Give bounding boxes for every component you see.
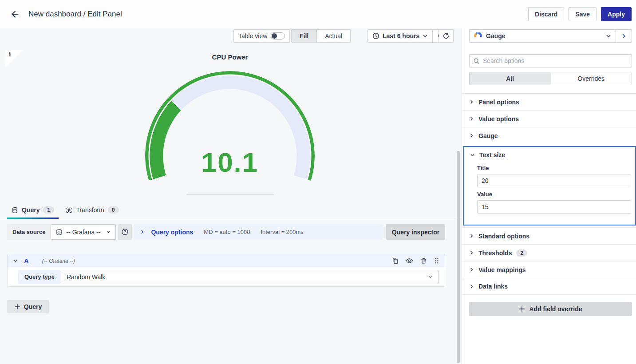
fill-tab[interactable]: Fill [292, 30, 316, 42]
value-size-input[interactable] [477, 200, 631, 214]
hide-query-icon[interactable] [406, 257, 413, 265]
search-options-input[interactable] [483, 57, 628, 64]
chevron-down-icon [106, 229, 111, 234]
database-icon [12, 207, 18, 214]
transform-count-badge: 0 [108, 206, 119, 214]
value-size-field: Value [464, 191, 635, 214]
chevron-down-icon [428, 274, 433, 279]
title-size-label: Title [477, 165, 631, 171]
back-arrow-icon [10, 9, 20, 19]
section-value-mappings[interactable]: Value mappings [462, 261, 636, 278]
query-options-bar[interactable]: Query options MD = auto = 1008 Interval … [134, 224, 383, 240]
section-standard-options[interactable]: Standard options [462, 227, 636, 244]
tab-transform[interactable]: Transform 0 [61, 202, 123, 218]
query-type-select[interactable]: Random Walk [61, 270, 438, 284]
section-data-links[interactable]: Data links [462, 278, 636, 295]
apply-button[interactable]: Apply [601, 7, 632, 21]
query-count-badge: 1 [43, 206, 54, 214]
section-label: Value options [478, 115, 519, 123]
save-button[interactable]: Save [569, 7, 596, 21]
options-filter-tabs: All Overrides [469, 72, 632, 85]
tab-transform-label: Transform [76, 206, 104, 214]
edit-pane: Table view Fill Actual Last 6 hours [0, 28, 462, 364]
table-view-group: Table view [233, 29, 290, 43]
interval: Interval = 200ms [261, 229, 303, 235]
chevron-right-icon [469, 284, 474, 289]
options-search [469, 54, 632, 67]
chevron-right-icon [621, 33, 627, 39]
panel-info-corner[interactable] [5, 50, 23, 67]
section-thresholds[interactable]: Thresholds 2 [462, 244, 636, 261]
panel-title: CPU Power [141, 53, 319, 61]
query-inspector-button[interactable]: Query inspector [386, 224, 445, 240]
refresh-icon [442, 32, 450, 40]
datasource-picker[interactable]: -- Grafana -- [51, 224, 116, 240]
section-text-size: Text size Title Value [463, 146, 636, 226]
chevron-right-icon [469, 116, 474, 121]
chevron-right-icon [469, 233, 474, 238]
panel-resize-divider[interactable] [186, 194, 274, 195]
title-size-field: Title [464, 165, 635, 187]
title-size-input[interactable] [477, 174, 631, 187]
back-button[interactable] [6, 5, 24, 23]
scrollbar-thumb[interactable] [457, 151, 460, 363]
section-label: Data links [478, 283, 508, 290]
text-size-title: Text size [479, 151, 505, 158]
gauge-viz-icon [474, 32, 482, 40]
discard-button[interactable]: Discard [528, 7, 564, 21]
section-label: Standard options [478, 233, 529, 240]
add-query-button[interactable]: Query [7, 300, 49, 313]
section-label: Gauge [478, 132, 498, 139]
query-options-label: Query options [151, 229, 193, 236]
plus-icon [14, 304, 20, 310]
actual-tab[interactable]: Actual [316, 30, 350, 42]
collapse-chevron-icon[interactable] [13, 258, 18, 263]
datasource-help-button[interactable] [118, 224, 132, 240]
duplicate-query-icon[interactable] [392, 257, 399, 264]
datasource-value: -- Grafana -- [66, 229, 100, 236]
visualization-picker: Gauge [469, 29, 632, 43]
drag-handle-icon[interactable] [434, 257, 439, 264]
thresholds-count-badge: 2 [516, 249, 527, 257]
grafana-edit-panel: New dashboard / Edit Panel Discard Save … [0, 0, 636, 364]
delete-query-icon[interactable] [420, 257, 427, 264]
table-view-toggle[interactable] [271, 32, 285, 40]
time-range-button[interactable]: Last 6 hours [368, 30, 432, 42]
header-actions: Discard Save Apply [528, 7, 632, 21]
refresh-button[interactable] [438, 29, 454, 43]
table-view-label: Table view [238, 32, 267, 40]
display-mode-group: Fill Actual [291, 29, 351, 43]
query-options-toggle[interactable]: Query options [140, 229, 193, 236]
query-editor-body: Query type Random Walk [7, 267, 445, 287]
collapse-options-pane-button[interactable] [616, 30, 632, 42]
section-gauge[interactable]: Gauge [462, 127, 636, 144]
page-title: New dashboard / Edit Panel [28, 10, 122, 19]
chevron-right-icon [140, 229, 145, 234]
query-type-value: Random Walk [67, 273, 105, 281]
visualization-select[interactable]: Gauge [470, 30, 616, 42]
add-query-label: Query [24, 303, 42, 310]
add-field-override-button[interactable]: Add field override [469, 302, 632, 316]
tab-query[interactable]: Query 1 [7, 202, 59, 218]
tab-overrides[interactable]: Overrides [551, 72, 632, 85]
datasource-label: Data source [7, 224, 51, 240]
query-row-header[interactable]: A (-- Grafana --) [7, 254, 445, 267]
query-row-actions [392, 257, 439, 265]
section-label: Value mappings [478, 266, 526, 273]
search-icon [473, 58, 480, 64]
chevron-right-icon [469, 99, 474, 104]
query-tabbar: Query 1 Transform 0 [0, 202, 462, 218]
visualization-name: Gauge [486, 32, 506, 40]
clock-icon [372, 32, 379, 40]
add-field-override-label: Add field override [529, 305, 582, 313]
info-icon: i [9, 51, 11, 58]
time-range-label: Last 6 hours [383, 32, 419, 40]
value-size-label: Value [477, 191, 631, 198]
section-panel-options[interactable]: Panel options [462, 93, 636, 110]
section-value-options[interactable]: Value options [462, 110, 636, 127]
chevron-down-icon [606, 33, 611, 39]
database-icon [55, 229, 63, 236]
tab-all[interactable]: All [470, 72, 551, 85]
active-tab-underline [7, 218, 59, 219]
text-size-header[interactable]: Text size [464, 147, 635, 161]
